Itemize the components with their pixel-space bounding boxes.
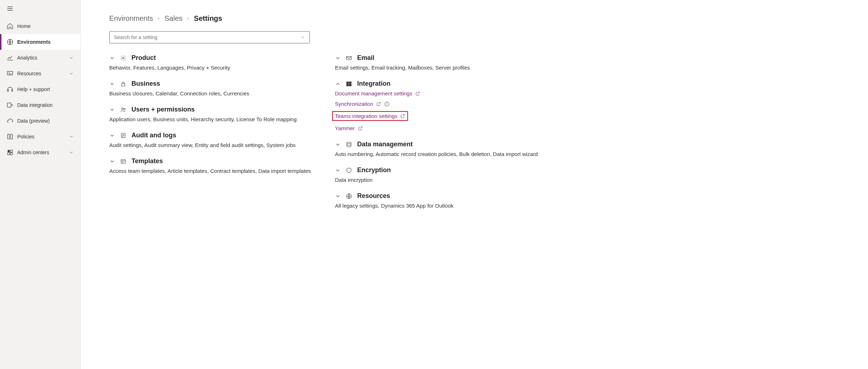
sidebar-item-home[interactable]: Home <box>0 18 80 34</box>
resources-icon <box>6 70 14 77</box>
sidebar-item-analytics[interactable]: Analytics <box>0 50 80 66</box>
sidebar-item-label: Data integration <box>17 102 74 108</box>
group-header[interactable]: Resources <box>335 192 847 200</box>
people-icon <box>120 107 126 113</box>
info-icon <box>384 101 390 107</box>
group-email: Email Email settings, Email tracking, Ma… <box>335 54 847 71</box>
chevron-down-icon <box>300 35 305 40</box>
chevron-down-icon <box>335 167 341 173</box>
group-title: Integration <box>357 80 390 87</box>
svg-rect-4 <box>8 71 13 75</box>
svg-rect-10 <box>8 150 10 152</box>
group-encryption: Encryption Data encryption <box>335 166 847 183</box>
group-subtext: All legacy settings, Dynamics 365 App fo… <box>335 203 847 209</box>
svg-rect-27 <box>349 82 351 84</box>
sidebar-item-data-preview[interactable]: Data (preview) <box>0 113 80 129</box>
chevron-right-icon <box>157 16 161 21</box>
group-title: Product <box>131 54 156 62</box>
group-subtext: Business closures, Calendar, Connection … <box>109 90 321 96</box>
external-link-icon <box>415 91 420 96</box>
svg-rect-15 <box>122 84 125 86</box>
chevron-down-icon <box>109 81 115 87</box>
svg-rect-12 <box>8 153 10 155</box>
sidebar-item-label: Help + support <box>17 86 74 92</box>
group-header[interactable]: Data management <box>335 141 847 148</box>
breadcrumb-item[interactable]: Sales <box>164 14 182 23</box>
svg-rect-28 <box>346 84 349 86</box>
admin-icon <box>6 149 14 156</box>
breadcrumb: Environments Sales Settings <box>109 14 847 23</box>
group-resources: Resources All legacy settings, Dynamics … <box>335 192 847 209</box>
group-users-permissions: Users + permissions Application users, B… <box>109 106 321 122</box>
group-subtext: Application users, Business units, Hiera… <box>109 116 321 122</box>
policies-icon <box>6 133 14 140</box>
gear-icon <box>120 55 126 61</box>
group-header[interactable]: Audit and logs <box>109 132 321 139</box>
link-yammer[interactable]: Yammer <box>335 125 363 131</box>
breadcrumb-current: Settings <box>194 14 222 23</box>
hamburger-icon <box>6 5 14 12</box>
svg-rect-22 <box>121 159 125 163</box>
chevron-down-icon <box>69 134 74 139</box>
svg-rect-29 <box>349 84 351 86</box>
lock-icon <box>120 81 126 87</box>
home-icon <box>6 23 14 30</box>
group-title: Business <box>131 80 160 87</box>
group-header[interactable]: Business <box>109 80 321 87</box>
breadcrumb-item[interactable]: Environments <box>109 14 153 23</box>
svg-point-32 <box>387 103 387 103</box>
svg-rect-9 <box>11 134 13 139</box>
sidebar-item-label: Admin centers <box>17 150 69 155</box>
analytics-icon <box>6 54 14 61</box>
search-settings[interactable] <box>109 31 310 43</box>
group-header[interactable]: Email <box>335 54 847 62</box>
sidebar-item-policies[interactable]: Policies <box>0 129 80 145</box>
sidebar-item-data-integration[interactable]: Data integration <box>0 97 80 113</box>
hamburger-menu[interactable] <box>0 0 80 18</box>
chevron-right-icon <box>186 16 190 21</box>
external-link-icon <box>400 114 405 119</box>
sidebar-item-help-support[interactable]: Help + support <box>0 81 80 97</box>
chevron-down-icon <box>109 133 115 138</box>
group-header[interactable]: Product <box>109 54 321 62</box>
group-header[interactable]: Templates <box>109 157 321 165</box>
link-document-management[interactable]: Document management settings <box>335 90 420 96</box>
sidebar: Home Environments Analytics Resources He… <box>0 0 81 369</box>
group-subtext: Email settings, Email tracking, Mailboxe… <box>335 65 847 71</box>
svg-point-16 <box>122 108 124 109</box>
group-subtext: Behavior, Features, Languages, Privacy +… <box>109 65 321 71</box>
group-title: Encryption <box>357 166 391 174</box>
highlight-teams-integration: Teams integration settings <box>332 111 408 121</box>
link-label: Teams integration settings <box>335 113 397 119</box>
svg-point-17 <box>124 108 125 109</box>
sidebar-item-label: Resources <box>17 71 69 76</box>
group-title: Users + permissions <box>131 106 195 113</box>
svg-rect-13 <box>10 153 13 155</box>
sidebar-item-environments[interactable]: Environments <box>0 34 80 50</box>
chevron-down-icon <box>69 55 74 60</box>
link-label: Document management settings <box>335 90 412 96</box>
group-header[interactable]: Integration <box>335 80 847 87</box>
link-synchronization[interactable]: Synchronization <box>335 101 390 107</box>
template-icon <box>120 158 126 165</box>
group-header[interactable]: Users + permissions <box>109 106 321 113</box>
chevron-down-icon <box>335 55 341 61</box>
link-teams-integration[interactable]: Teams integration settings <box>335 113 405 119</box>
chevron-down-icon <box>69 71 74 76</box>
sidebar-item-admin-centers[interactable]: Admin centers <box>0 145 80 160</box>
svg-rect-7 <box>8 103 11 107</box>
support-icon <box>6 86 14 93</box>
main-content: Environments Sales Settings Product Beha… <box>81 0 868 369</box>
svg-point-14 <box>123 57 124 59</box>
group-audit-logs: Audit and logs Audit settings, Audit sum… <box>109 132 321 148</box>
chevron-down-icon <box>69 150 74 155</box>
search-input[interactable] <box>114 34 300 40</box>
svg-point-33 <box>347 142 351 144</box>
settings-column-right: Email Email settings, Email tracking, Ma… <box>335 54 847 218</box>
external-link-icon <box>376 101 381 107</box>
link-label: Synchronization <box>335 101 373 107</box>
group-header[interactable]: Encryption <box>335 166 847 174</box>
database-icon <box>346 141 352 148</box>
sidebar-item-resources[interactable]: Resources <box>0 66 80 81</box>
group-title: Data management <box>357 141 413 148</box>
